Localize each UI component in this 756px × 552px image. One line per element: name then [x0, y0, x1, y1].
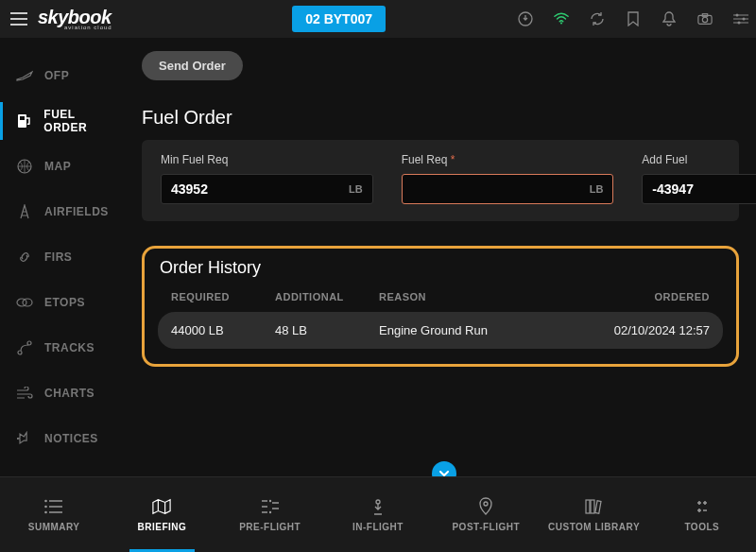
sidebar-item-charts[interactable]: CHARTS	[0, 374, 132, 412]
min-fuel-input[interactable]	[171, 181, 349, 197]
tab-label: TOOLS	[684, 522, 719, 532]
plane-depart-icon	[16, 67, 33, 84]
sidebar-item-label: TRACKS	[44, 341, 94, 354]
header-icons	[518, 11, 748, 26]
sidebar-item-firs[interactable]: FIRS	[0, 238, 132, 276]
menu-icon[interactable]	[8, 8, 30, 30]
map-icon	[152, 497, 171, 516]
tab-label: POST-FLIGHT	[452, 522, 520, 532]
sidebar-item-label: AIRFIELDS	[44, 205, 109, 218]
svg-point-17	[44, 511, 47, 514]
svg-point-16	[44, 506, 47, 509]
tab-label: SUMMARY	[28, 522, 80, 532]
tab-label: CUSTOM LIBRARY	[548, 522, 640, 532]
sidebar-item-etops[interactable]: ETOPS	[0, 284, 132, 321]
cell-required: 44000 LB	[171, 323, 275, 337]
tab-label: BRIEFING	[138, 522, 187, 532]
min-fuel-input-wrap[interactable]: LB	[161, 174, 373, 204]
fuel-pump-icon	[16, 112, 32, 129]
svg-rect-23	[591, 500, 594, 513]
sidebar-item-notices[interactable]: NOTICES	[0, 420, 132, 457]
sidebar-item-ofp[interactable]: OFP	[0, 57, 132, 95]
svg-point-12	[23, 299, 32, 306]
tab-tools[interactable]: TOOLS	[648, 477, 756, 552]
wifi-icon[interactable]	[554, 11, 569, 26]
globe-icon	[16, 158, 33, 175]
library-icon	[585, 497, 604, 516]
col-header-required: REQUIRED	[171, 291, 275, 302]
logo-text: skybook	[38, 8, 112, 26]
runway-icon	[16, 203, 33, 220]
bell-icon[interactable]	[662, 11, 677, 26]
tab-postflight[interactable]: POST-FLIGHT	[432, 477, 540, 552]
required-star-icon: *	[451, 153, 455, 166]
sidebar-item-fuel-order[interactable]: FUEL ORDER	[0, 102, 132, 140]
col-header-reason: REASON	[379, 291, 587, 302]
svg-point-13	[18, 351, 22, 354]
col-header-ordered: ORDERED	[587, 291, 710, 302]
flight-id-pill[interactable]: 02 BYT007	[292, 6, 386, 32]
svg-point-11	[17, 299, 26, 306]
tab-preflight[interactable]: PRE-FLIGHT	[216, 477, 324, 552]
min-fuel-field: Min Fuel Req LB	[161, 153, 373, 204]
svg-point-14	[27, 341, 31, 345]
history-table-header: REQUIRED ADDITIONAL REASON ORDERED	[158, 291, 723, 302]
svg-rect-22	[586, 500, 590, 513]
logo: skybook aviation cloud	[38, 8, 112, 30]
sidebar: OFP FUEL ORDER MAP AIRFIELDS FIRS ETOPS	[0, 38, 132, 476]
tools-icon	[693, 497, 712, 516]
svg-point-19	[269, 511, 271, 513]
unit-label: LB	[590, 183, 604, 195]
sidebar-item-airfields[interactable]: AIRFIELDS	[0, 193, 132, 231]
fuel-req-input-wrap[interactable]: LB	[402, 174, 614, 204]
tab-custom-library[interactable]: CUSTOM LIBRARY	[540, 477, 647, 552]
chevron-down-icon	[438, 467, 451, 476]
send-order-button[interactable]: Send Order	[142, 51, 243, 80]
download-icon[interactable]	[518, 11, 533, 26]
fuel-req-field: Fuel Req * LB	[402, 153, 614, 204]
camera-icon[interactable]	[697, 11, 713, 26]
svg-rect-9	[20, 116, 25, 120]
tab-summary[interactable]: SUMMARY	[0, 477, 108, 552]
svg-point-20	[376, 500, 380, 504]
tab-label: PRE-FLIGHT	[239, 522, 301, 532]
bookmark-icon[interactable]	[626, 11, 641, 26]
svg-rect-24	[594, 501, 600, 513]
route-icon	[16, 339, 33, 356]
inflight-icon	[369, 497, 387, 516]
main-content: Send Order Fuel Order Min Fuel Req LB Fu…	[132, 38, 756, 476]
sidebar-item-label: OFP	[44, 69, 69, 82]
settings-sliders-icon[interactable]	[733, 11, 748, 26]
tab-briefing[interactable]: BRIEFING	[108, 477, 215, 552]
add-fuel-input-wrap[interactable]: LB	[642, 174, 756, 204]
order-history-section: Order History REQUIRED ADDITIONAL REASON…	[142, 246, 739, 367]
logo-subtitle: aviation cloud	[64, 25, 112, 30]
svg-point-15	[44, 500, 47, 503]
sync-icon[interactable]	[590, 11, 605, 26]
cell-ordered: 02/10/2024 12:57	[587, 323, 710, 337]
etops-icon	[16, 294, 33, 311]
wind-icon	[16, 385, 33, 402]
min-fuel-label: Min Fuel Req	[161, 153, 373, 166]
preflight-icon	[261, 497, 280, 516]
tab-inflight[interactable]: IN-FLIGHT	[324, 477, 432, 552]
add-fuel-input[interactable]	[652, 181, 756, 197]
pin-icon	[16, 430, 33, 447]
page-title: Fuel Order	[142, 107, 739, 129]
bottom-nav: SUMMARY BRIEFING PRE-FLIGHT IN-FLIGHT PO…	[0, 476, 756, 552]
svg-point-7	[738, 22, 741, 25]
sidebar-item-label: ETOPS	[44, 296, 85, 309]
sidebar-item-map[interactable]: MAP	[0, 147, 132, 185]
scroll-down-button[interactable]	[432, 461, 456, 476]
sidebar-item-label: MAP	[44, 160, 71, 173]
add-fuel-field: Add Fuel LB	[642, 153, 756, 204]
col-header-additional: ADDITIONAL	[275, 291, 379, 302]
svg-point-21	[484, 502, 488, 506]
history-row[interactable]: 44000 LB 48 LB Engine Ground Run 02/10/2…	[158, 312, 723, 349]
svg-point-1	[560, 22, 562, 24]
fuel-req-input[interactable]	[412, 181, 590, 197]
unit-label: LB	[349, 183, 363, 195]
sidebar-item-label: CHARTS	[44, 387, 94, 400]
fuel-req-label: Fuel Req *	[402, 153, 614, 166]
sidebar-item-tracks[interactable]: TRACKS	[0, 329, 132, 367]
